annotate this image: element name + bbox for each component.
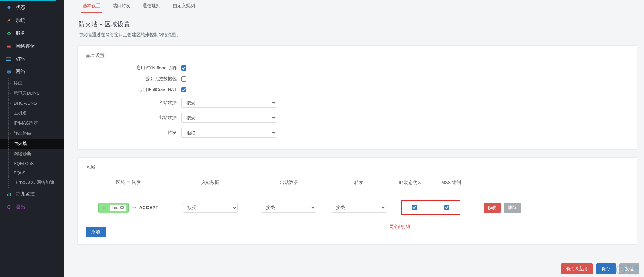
select-forward[interactable]: 拒绝 <box>181 128 277 138</box>
svg-rect-6 <box>7 194 8 196</box>
zone-row-actions: 修改 删除 <box>484 203 521 213</box>
sidebar-item-label: 网络存储 <box>16 43 35 49</box>
row-output: 出站数据 接受 <box>86 113 629 123</box>
svg-rect-9 <box>120 206 123 208</box>
sidebar-item-label: 状态 <box>16 4 25 11</box>
checkbox-drop-invalid[interactable] <box>181 76 186 82</box>
save-apply-button[interactable]: 保存&应用 <box>561 263 593 274</box>
col-input: 入站数据 <box>201 179 219 186</box>
label-fullcone: 启用FullCone-NAT <box>86 87 181 93</box>
row-drop-invalid: 丢弃无效数据包 <box>86 76 629 82</box>
edit-button[interactable]: 修改 <box>484 203 501 213</box>
sidebar-item-services[interactable]: 服务 <box>0 27 64 40</box>
delete-button[interactable]: 删除 <box>504 203 521 213</box>
zone-badge: lan: lan: <box>98 203 129 213</box>
col-output: 出站数据 <box>280 179 298 186</box>
drive-icon <box>6 44 12 49</box>
nic-icon <box>120 206 124 209</box>
reset-button[interactable]: 复位 <box>619 263 639 274</box>
zone-action: ACCEPT <box>139 205 158 210</box>
home-icon <box>6 5 12 10</box>
sidebar-subitem[interactable]: DHCP/DNS <box>0 99 64 108</box>
zone-select-input[interactable]: 接受 <box>183 203 238 213</box>
row-input: 入站数据 接受 <box>86 98 629 108</box>
globe-icon <box>6 69 12 74</box>
svg-point-1 <box>10 46 11 47</box>
footer-actions: 保存&应用 保存 复位 <box>561 263 639 274</box>
card-zones: 区域 区域 ⇒ 转发 入站数据 出站数据 转发 IP 动态伪装 MSS 钳制 <box>77 157 637 245</box>
sidebar-item-nas[interactable]: 网络存储 <box>0 40 64 53</box>
zone-select-output[interactable]: 接受 <box>262 203 316 213</box>
page-title: 防火墙 - 区域设置 <box>79 20 636 28</box>
sidebar-item-label: 带宽监控 <box>16 191 35 197</box>
row-fullcone: 启用FullCone-NAT <box>86 87 629 93</box>
sidebar-subitem[interactable]: 主机名 <box>0 108 64 118</box>
label-input: 入站数据 <box>86 100 181 106</box>
sidebar-submenu-network: 接口腾讯云DDNSDHCP/DNS主机名IP/MAC绑定静态路由防火墙网络诊断S… <box>0 78 64 188</box>
label-output: 出站数据 <box>86 115 181 121</box>
sidebar-subitem[interactable]: Turbo ACC 网络加速 <box>0 177 64 188</box>
svg-rect-4 <box>6 60 11 61</box>
sidebar-subitem[interactable]: 接口 <box>0 78 64 88</box>
col-zone-forward: 区域 ⇒ 转发 <box>116 179 141 186</box>
select-input[interactable]: 接受 <box>181 98 277 108</box>
sidebar-subitem[interactable]: SQM QoS <box>0 159 64 168</box>
col-mss: MSS 钳制 <box>441 180 461 185</box>
zone-table-head: 区域 ⇒ 转发 入站数据 出站数据 转发 IP 动态伪装 MSS 钳制 <box>86 177 629 193</box>
tab[interactable]: 基本设置 <box>81 1 102 13</box>
checkbox-fullcone[interactable] <box>181 87 186 92</box>
arrow-right-icon: ⇒ <box>132 205 136 210</box>
page-subtitle: 防火墙通过在网络接口上创建区域来控制网络流量。 <box>79 32 636 38</box>
main-content: 基本设置端口转发通信规则自定义规则 防火墙 - 区域设置 防火墙通过在网络接口上… <box>64 0 644 277</box>
zone-forward-cell: lan: lan: ⇒ ACCEPT <box>98 203 158 213</box>
label-drop-invalid: 丢弃无效数据包 <box>86 76 181 82</box>
sidebar-item-status[interactable]: 状态 <box>0 1 64 14</box>
col-masq: IP 动态伪装 <box>398 180 422 185</box>
tab[interactable]: 通信规则 <box>141 1 162 13</box>
tab[interactable]: 自定义规则 <box>171 1 196 13</box>
sidebar-subitem[interactable]: 静态路由 <box>0 128 64 138</box>
sidebar-item-label: 退出 <box>16 204 25 210</box>
zone-select-forward[interactable]: 接受 <box>332 203 386 213</box>
select-output[interactable]: 接受 <box>181 113 277 123</box>
add-button[interactable]: 添加 <box>86 227 106 237</box>
label-forward: 转发 <box>86 130 181 136</box>
sidebar-subitem[interactable]: IP/MAC绑定 <box>0 118 64 128</box>
checkbox-mss[interactable] <box>444 205 449 210</box>
tabs: 基本设置端口转发通信规则自定义规则 <box>77 0 637 13</box>
svg-rect-7 <box>9 193 9 196</box>
svg-rect-8 <box>10 193 11 196</box>
tab[interactable]: 端口转发 <box>111 1 132 13</box>
save-button[interactable]: 保存 <box>596 263 616 274</box>
card-basic-settings: 基本设置 启用 SYN-flood 防御 丢弃无效数据包 启用FullCone-… <box>77 45 637 150</box>
sidebar-item-logout[interactable]: 退出 <box>0 201 64 214</box>
col-forward: 转发 <box>354 179 363 186</box>
redbox-annotation <box>401 200 460 215</box>
zone-table: 区域 ⇒ 转发 入站数据 出站数据 转发 IP 动态伪装 MSS 钳制 <box>86 177 629 222</box>
svg-rect-2 <box>6 57 11 58</box>
sidebar-subitem[interactable]: 腾讯云DDNS <box>0 88 64 99</box>
zone-interface: lan: <box>112 205 118 210</box>
bars-icon <box>6 56 12 62</box>
checkbox-masq[interactable] <box>412 205 417 210</box>
row-forward: 转发 拒绝 <box>86 128 629 138</box>
sidebar-item-label: 系统 <box>16 17 25 24</box>
sidebar-item-bandwidth[interactable]: 带宽监控 <box>0 188 64 201</box>
label-syn-flood: 启用 SYN-flood 防御 <box>86 65 181 71</box>
svg-rect-3 <box>6 59 11 59</box>
sidebar-subitem[interactable]: 防火墙 <box>0 138 64 149</box>
chart-bar-icon <box>6 191 12 197</box>
annotation-text: 两个都打钩 <box>390 224 472 230</box>
sidebar-item-system[interactable]: 系统 <box>0 14 64 27</box>
sidebar-item-network[interactable]: 网络 <box>0 65 64 78</box>
logout-icon <box>6 204 12 210</box>
checkbox-syn-flood[interactable] <box>181 65 186 71</box>
card-title: 基本设置 <box>86 53 629 59</box>
zone-name: lan: <box>101 205 107 210</box>
row-syn-flood: 启用 SYN-flood 防御 <box>86 65 629 71</box>
zone-row: lan: lan: ⇒ ACCEPT 接受 <box>86 193 629 222</box>
sidebar-subitem[interactable]: EQoS <box>0 168 64 177</box>
sidebar-item-label: VPN <box>16 56 26 62</box>
sidebar-subitem[interactable]: 网络诊断 <box>0 149 64 159</box>
sidebar-item-vpn[interactable]: VPN <box>0 53 64 65</box>
